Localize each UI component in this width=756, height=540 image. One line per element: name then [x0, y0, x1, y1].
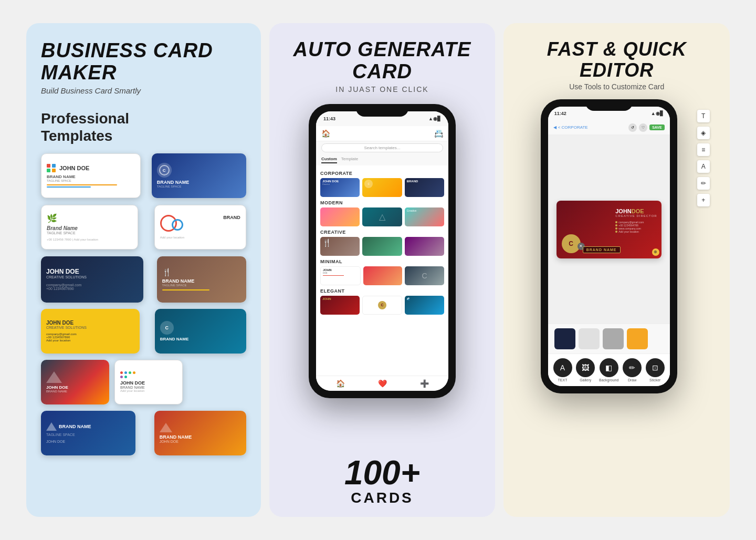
swatch-orange[interactable] [627, 328, 648, 349]
panel1-title: BUSINESS CARD MAKER [41, 40, 246, 84]
right-tools-panel: T ◈ ≡ A ✏ + [697, 110, 710, 206]
biz-card-white: JOHN DOE BRAND NAME TAGLINE SPACE [41, 153, 141, 198]
bottom-toolbar: A TEXT 🖼 Gallery ◧ Background [548, 354, 670, 386]
biz-card-triangle: JOHN DOE BRAND NAME [41, 360, 109, 404]
text-tool-icon: A [553, 358, 572, 377]
panel1-header: BUSINESS CARD MAKER Build Business Card … [41, 40, 246, 95]
editor-nav: ◀ < CORPORATE ↺ ♡ SAVE [548, 120, 670, 135]
biz-card-teal: C BRAND NAME [155, 309, 246, 354]
mini-card-maroon: JOHN [320, 296, 360, 315]
save-button[interactable]: SAVE [649, 124, 665, 130]
resize-icon: ⊕ [652, 248, 659, 256]
panel1-subtitle: Build Business Card Smartly [41, 86, 246, 95]
main-container: BUSINESS CARD MAKER Build Business Card … [16, 13, 740, 527]
search-bar: Search templates... [321, 143, 443, 152]
toolbar-item-draw[interactable]: ✏ Draw [623, 358, 642, 382]
panel-fast-editor: FAST & QUICK EDITOR Use Tools to Customi… [503, 23, 730, 517]
biz-card-blue: C BRAND NAME TAGLINE SPACE [152, 153, 246, 198]
mini-card-blue: JOHN DOE Director [320, 178, 360, 197]
refresh-btn[interactable]: ↺ [628, 123, 637, 132]
mini-card-green [362, 237, 402, 256]
panel3-title: FAST & QUICK EDITOR [514, 39, 719, 80]
swatch-gray[interactable] [603, 328, 624, 349]
biz-card-logo: 🌿 Brand Name TAGLINE SPACE +00 123456 78… [41, 205, 138, 250]
mini-card-multi: Creative [405, 207, 444, 226]
tool-add[interactable]: + [697, 194, 710, 206]
tool-align[interactable]: ≡ [697, 143, 710, 156]
phone-mockup-auto: 11:43 ▲◉▊ 🏠 📇 Search templates... Custom… [309, 104, 456, 398]
biz-card-yellow: JOHN DOE CREATIVE SOLUTIONS company@gmai… [41, 309, 140, 354]
biz-card-dots: JOHN DOE BRAND NAME Add your location [114, 360, 183, 404]
swatch-dark[interactable] [554, 328, 575, 349]
tool-shape[interactable]: ◈ [697, 127, 710, 139]
tool-text[interactable]: T [697, 110, 710, 122]
phone-notch-2 [585, 99, 633, 111]
heart-btn[interactable]: ♡ [639, 123, 647, 132]
tool-draw[interactable]: ✏ [697, 177, 710, 190]
toolbar-item-background[interactable]: ◧ Background [599, 358, 618, 382]
mini-card-white2: C [362, 296, 403, 315]
mini-card-purple [405, 237, 444, 256]
phone-notch [356, 104, 408, 117]
editor-canvas: C JOHNDOE CREATIVE DIRECTOR company [548, 135, 670, 324]
design-card-preview: C JOHNDOE CREATIVE DIRECTOR company [556, 201, 662, 258]
mini-card-teal: △ [362, 207, 402, 226]
mini-card-orange [363, 266, 403, 285]
color-swatches [548, 324, 670, 354]
gallery-tool-icon: 🖼 [576, 358, 595, 377]
cards-scatter: JOHN DOE BRAND NAME TAGLINE SPACE C BRAN… [41, 153, 246, 458]
count-number: 100+ [344, 456, 420, 490]
card-gold-logo: C [562, 234, 581, 253]
panel2-subtitle: IN JUAST ONE CLICK [335, 85, 428, 94]
mini-card-dark: BRAND [405, 178, 444, 197]
mini-card-slate: C [405, 266, 444, 285]
count-label: CARDS [344, 490, 420, 506]
panel-auto-generate: AUTO GENERATE CARD IN JUAST ONE CLICK 11… [269, 23, 496, 517]
biz-card-circles: BRAND Add your location [154, 205, 246, 250]
mini-card-pink [320, 207, 360, 226]
biz-card-johndoe-dark: JOHN DOE CREATIVE SOLUTIONS company@gmai… [41, 256, 143, 303]
biz-card-navy-bottom: BRAND NAME TAGLINE SPACE JOHN DOE [41, 411, 135, 455]
phone-screen-editor: 11:42 ▲◉▊ ◀ < CORPORATE ↺ ♡ SAVE [548, 107, 670, 386]
phone-editor-wrap: 11:42 ▲◉▊ ◀ < CORPORATE ↺ ♡ SAVE [541, 99, 693, 393]
sticker-tool-icon: ⊡ [646, 358, 665, 377]
mini-card-sky: 🌊 [405, 296, 444, 315]
biz-card-orange-bottom: BRAND NAME JOHN DOE [154, 411, 246, 455]
phone-screen-auto: 11:43 ▲◉▊ 🏠 📇 Search templates... Custom… [316, 111, 448, 391]
toolbar-item-sticker[interactable]: ⊡ Sticker [646, 358, 665, 382]
toolbar-item-text[interactable]: A TEXT [553, 358, 572, 382]
toolbar-item-gallery[interactable]: 🖼 Gallery [576, 358, 595, 382]
biz-card-chef: 🍴 BRAND NAME TAGLINE SPACE [157, 256, 246, 303]
background-tool-icon: ◧ [600, 358, 618, 377]
mini-card-yellow: C [362, 178, 402, 197]
brand-name-badge: BRAND NAME [583, 246, 621, 253]
count-section: 100+ CARDS [344, 448, 420, 506]
panel-business-card-maker: BUSINESS CARD MAKER Build Business Card … [26, 23, 261, 517]
tool-font[interactable]: A [697, 160, 710, 173]
mini-card-brown: 🍴 [320, 237, 360, 256]
swatch-light[interactable] [579, 328, 600, 349]
panel3-subtitle: Use Tools to Customize Card [569, 82, 664, 91]
mini-card-white: JOHN DOE [320, 266, 361, 285]
draw-tool-icon: ✏ [623, 358, 642, 377]
panel2-title: AUTO GENERATE CARD [280, 39, 485, 83]
pro-templates-heading: Professional Templates [41, 110, 246, 145]
phone-mockup-editor: 11:42 ▲◉▊ ◀ < CORPORATE ↺ ♡ SAVE [541, 99, 677, 393]
